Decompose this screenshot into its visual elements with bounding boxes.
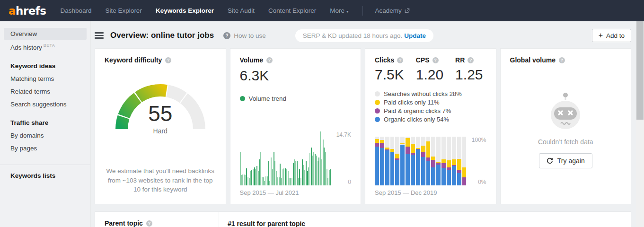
rr-help-icon[interactable]: ? [468, 57, 474, 63]
parent-topic-help-icon[interactable]: ? [146, 220, 152, 227]
clicks-bar[interactable] [411, 137, 415, 185]
volume-bar[interactable] [290, 178, 291, 185]
volume-bar[interactable] [321, 159, 322, 185]
volume-bar[interactable] [312, 156, 313, 185]
volume-bar[interactable] [274, 161, 275, 185]
clicks-bar[interactable] [457, 137, 461, 185]
ahrefs-logo[interactable]: ahrefs [9, 5, 46, 17]
volume-bar[interactable] [246, 168, 247, 185]
volume-bar[interactable] [263, 177, 264, 185]
clicks-bar[interactable] [421, 137, 425, 185]
volume-bar[interactable] [320, 131, 321, 185]
volume-bar[interactable] [271, 157, 272, 185]
volume-bar[interactable] [294, 159, 295, 185]
volume-bar[interactable] [318, 157, 319, 185]
volume-bar[interactable] [282, 169, 283, 185]
volume-bar[interactable] [285, 168, 286, 185]
volume-bar[interactable] [315, 154, 316, 185]
volume-bar[interactable] [325, 152, 326, 185]
volume-bar[interactable] [241, 175, 242, 185]
nav-item-dashboard[interactable]: Dashboard [61, 7, 92, 14]
scrollbar-thumb[interactable] [636, 21, 644, 120]
volume-bar[interactable] [268, 161, 269, 185]
nav-item-keywords-explorer[interactable]: Keywords Explorer [156, 7, 214, 14]
volume-bar[interactable] [262, 177, 263, 185]
volume-bar[interactable] [326, 169, 327, 185]
clicks-bar[interactable] [385, 137, 389, 185]
volume-bar[interactable] [265, 176, 266, 185]
clicks-bar[interactable] [390, 137, 395, 185]
add-to-button[interactable]: +Add to [592, 29, 631, 42]
clicks-bar[interactable] [380, 137, 384, 185]
volume-bar[interactable] [324, 148, 325, 185]
volume-trend-bars[interactable] [240, 131, 332, 185]
clicks-help-icon[interactable]: ? [397, 57, 403, 63]
nav-item-academy[interactable]: Academy [375, 7, 410, 14]
nav-item-more[interactable]: More▾ [330, 7, 348, 14]
volume-bar[interactable] [259, 159, 260, 185]
volume-bar[interactable] [281, 178, 282, 185]
nav-item-site-explorer[interactable]: Site Explorer [106, 7, 142, 14]
volume-bar[interactable] [300, 178, 301, 185]
volume-bar[interactable] [297, 161, 298, 185]
volume-bar[interactable] [295, 161, 296, 185]
volume-bar[interactable] [251, 170, 252, 185]
volume-bar[interactable] [269, 181, 270, 185]
volume-bar[interactable] [242, 175, 243, 185]
sidebar-item-ads-history[interactable]: Ads historyBETA [4, 41, 87, 53]
volume-bar[interactable] [307, 171, 308, 185]
volume-bar[interactable] [253, 169, 254, 185]
volume-bar[interactable] [256, 166, 257, 185]
help-icon[interactable]: ? [223, 32, 230, 39]
sidebar-item-matching-terms[interactable]: Matching terms [4, 73, 87, 85]
sidebar-item-related-terms[interactable]: Related terms [4, 86, 87, 97]
volume-bar[interactable] [273, 152, 274, 185]
volume-bar[interactable] [283, 168, 284, 185]
clicks-bar[interactable] [462, 137, 467, 185]
volume-bar[interactable] [249, 178, 250, 185]
volume-bar[interactable] [288, 171, 289, 185]
volume-bar[interactable] [299, 169, 300, 185]
volume-bar[interactable] [245, 175, 246, 185]
nav-item-content-explorer[interactable]: Content Explorer [268, 7, 316, 14]
global-volume-help-icon[interactable]: ? [559, 57, 565, 63]
clicks-bar[interactable] [406, 137, 410, 185]
volume-bar[interactable] [240, 152, 241, 185]
clicks-bar[interactable] [395, 137, 399, 185]
volume-bar[interactable] [289, 178, 290, 185]
volume-bar[interactable] [311, 148, 312, 185]
sidebar-item-overview[interactable]: Overview [4, 28, 87, 40]
nav-item-site-audit[interactable]: Site Audit [228, 7, 255, 14]
volume-bar[interactable] [247, 177, 248, 185]
volume-help-icon[interactable]: ? [266, 57, 273, 63]
volume-bar[interactable] [255, 169, 256, 185]
volume-bar[interactable] [318, 161, 318, 185]
clicks-bar[interactable] [441, 137, 446, 185]
volume-bar[interactable] [260, 152, 261, 185]
sidebar-item-by-pages[interactable]: By pages [4, 142, 87, 154]
volume-bar[interactable] [302, 159, 303, 185]
volume-bar[interactable] [258, 171, 259, 185]
cps-help-icon[interactable]: ? [432, 57, 439, 63]
volume-bar[interactable] [250, 171, 251, 185]
kd-help-icon[interactable]: ? [165, 57, 171, 63]
clicks-bar[interactable] [400, 137, 405, 185]
volume-bar[interactable] [298, 178, 299, 185]
sidebar-item-search-suggestions[interactable]: Search suggestions [4, 98, 87, 110]
volume-bar[interactable] [293, 163, 294, 185]
volume-bar[interactable] [286, 169, 287, 185]
volume-bar[interactable] [244, 175, 245, 185]
clicks-bar[interactable] [447, 137, 451, 185]
volume-bar[interactable] [254, 167, 255, 185]
volume-bar[interactable] [323, 140, 324, 185]
volume-bar[interactable] [276, 171, 277, 185]
volume-bar[interactable] [303, 165, 304, 185]
sidebar-item-by-domains[interactable]: By domains [4, 130, 87, 141]
clicks-bars[interactable] [375, 137, 467, 185]
try-again-button[interactable]: Try again [539, 153, 592, 168]
volume-bar[interactable] [306, 161, 307, 185]
clicks-bar[interactable] [426, 137, 431, 185]
volume-bar[interactable] [291, 178, 292, 185]
volume-bar[interactable] [329, 170, 330, 185]
volume-bar[interactable] [309, 153, 310, 185]
